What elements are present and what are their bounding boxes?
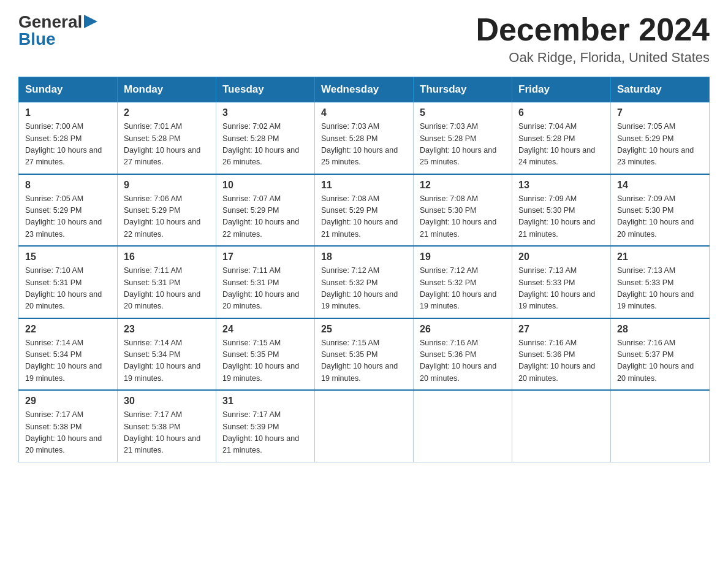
calendar-row: 8 Sunrise: 7:05 AM Sunset: 5:29 PM Dayli… — [19, 174, 710, 247]
table-row: 15 Sunrise: 7:10 AM Sunset: 5:31 PM Dayl… — [19, 246, 118, 318]
sunset-label: Sunset: 5:34 PM — [25, 350, 82, 359]
day-info: Sunrise: 7:05 AM Sunset: 5:29 PM Dayligh… — [25, 193, 111, 241]
sunset-label: Sunset: 5:33 PM — [518, 278, 575, 287]
header-thursday: Thursday — [414, 77, 512, 102]
daylight-label: Daylight: 10 hours and 20 minutes. — [617, 218, 694, 238]
day-number: 17 — [222, 251, 308, 262]
daylight-label: Daylight: 10 hours and 20 minutes. — [617, 362, 694, 382]
page-header: General Blue December 2024 Oak Ridge, Fl… — [18, 12, 710, 66]
sunset-label: Sunset: 5:30 PM — [420, 206, 476, 215]
header-friday: Friday — [512, 77, 611, 102]
day-info: Sunrise: 7:16 AM Sunset: 5:36 PM Dayligh… — [420, 337, 506, 385]
day-number: 24 — [222, 324, 308, 335]
table-row: 3 Sunrise: 7:02 AM Sunset: 5:28 PM Dayli… — [216, 102, 315, 174]
daylight-label: Daylight: 10 hours and 21 minutes. — [222, 434, 299, 454]
table-row: 12 Sunrise: 7:08 AM Sunset: 5:30 PM Dayl… — [414, 174, 512, 247]
daylight-label: Daylight: 10 hours and 21 minutes. — [321, 218, 398, 238]
daylight-label: Daylight: 10 hours and 27 minutes. — [25, 146, 102, 166]
table-row: 4 Sunrise: 7:03 AM Sunset: 5:28 PM Dayli… — [315, 102, 414, 174]
table-row: 5 Sunrise: 7:03 AM Sunset: 5:28 PM Dayli… — [414, 102, 512, 174]
sunset-label: Sunset: 5:37 PM — [617, 350, 673, 359]
sunset-label: Sunset: 5:31 PM — [25, 278, 82, 287]
table-row: 17 Sunrise: 7:11 AM Sunset: 5:31 PM Dayl… — [216, 246, 315, 318]
day-info: Sunrise: 7:03 AM Sunset: 5:28 PM Dayligh… — [321, 121, 407, 169]
table-row: 28 Sunrise: 7:16 AM Sunset: 5:37 PM Dayl… — [611, 318, 710, 391]
table-row: 31 Sunrise: 7:17 AM Sunset: 5:39 PM Dayl… — [216, 390, 315, 462]
daylight-label: Daylight: 10 hours and 25 minutes. — [321, 146, 398, 166]
table-row: 16 Sunrise: 7:11 AM Sunset: 5:31 PM Dayl… — [118, 246, 216, 318]
day-number: 30 — [124, 396, 210, 407]
daylight-label: Daylight: 10 hours and 19 minutes. — [420, 290, 496, 310]
sunrise-label: Sunrise: 7:16 AM — [420, 339, 478, 347]
day-info: Sunrise: 7:16 AM Sunset: 5:36 PM Dayligh… — [518, 337, 604, 385]
day-number: 29 — [25, 396, 111, 407]
sunrise-label: Sunrise: 7:11 AM — [124, 266, 182, 275]
day-number: 18 — [321, 251, 407, 262]
header-wednesday: Wednesday — [315, 77, 414, 102]
logo: General Blue — [18, 12, 97, 49]
table-row: 18 Sunrise: 7:12 AM Sunset: 5:32 PM Dayl… — [315, 246, 414, 318]
sunrise-label: Sunrise: 7:16 AM — [518, 339, 577, 347]
day-info: Sunrise: 7:04 AM Sunset: 5:28 PM Dayligh… — [518, 121, 604, 169]
day-info: Sunrise: 7:02 AM Sunset: 5:28 PM Dayligh… — [222, 121, 308, 169]
sunset-label: Sunset: 5:28 PM — [124, 134, 180, 143]
day-number: 10 — [222, 180, 308, 191]
day-info: Sunrise: 7:03 AM Sunset: 5:28 PM Dayligh… — [420, 121, 506, 169]
sunrise-label: Sunrise: 7:17 AM — [25, 410, 83, 419]
sunset-label: Sunset: 5:29 PM — [617, 134, 673, 143]
daylight-label: Daylight: 10 hours and 19 minutes. — [518, 290, 595, 310]
table-row: 26 Sunrise: 7:16 AM Sunset: 5:36 PM Dayl… — [414, 318, 512, 391]
day-number: 31 — [222, 396, 308, 407]
table-row: 13 Sunrise: 7:09 AM Sunset: 5:30 PM Dayl… — [512, 174, 611, 247]
sunset-label: Sunset: 5:35 PM — [222, 350, 279, 359]
sunset-label: Sunset: 5:35 PM — [321, 350, 377, 359]
sunset-label: Sunset: 5:33 PM — [617, 278, 673, 287]
sunrise-label: Sunrise: 7:09 AM — [518, 194, 577, 203]
daylight-label: Daylight: 10 hours and 22 minutes. — [124, 218, 200, 238]
day-info: Sunrise: 7:17 AM Sunset: 5:38 PM Dayligh… — [124, 409, 210, 457]
daylight-label: Daylight: 10 hours and 19 minutes. — [222, 362, 299, 382]
day-info: Sunrise: 7:16 AM Sunset: 5:37 PM Dayligh… — [617, 337, 703, 385]
sunset-label: Sunset: 5:31 PM — [124, 278, 180, 287]
sunrise-label: Sunrise: 7:08 AM — [321, 194, 379, 203]
daylight-label: Daylight: 10 hours and 26 minutes. — [222, 146, 299, 166]
table-row — [315, 390, 414, 462]
calendar-row: 15 Sunrise: 7:10 AM Sunset: 5:31 PM Dayl… — [19, 246, 710, 318]
daylight-label: Daylight: 10 hours and 23 minutes. — [25, 218, 102, 238]
day-number: 11 — [321, 180, 407, 191]
day-number: 25 — [321, 324, 407, 335]
sunset-label: Sunset: 5:32 PM — [420, 278, 476, 287]
table-row: 10 Sunrise: 7:07 AM Sunset: 5:29 PM Dayl… — [216, 174, 315, 247]
daylight-label: Daylight: 10 hours and 20 minutes. — [222, 290, 299, 310]
day-number: 3 — [222, 107, 308, 118]
daylight-label: Daylight: 10 hours and 21 minutes. — [420, 218, 496, 238]
table-row: 14 Sunrise: 7:09 AM Sunset: 5:30 PM Dayl… — [611, 174, 710, 247]
sunrise-label: Sunrise: 7:12 AM — [321, 266, 379, 275]
day-number: 28 — [617, 324, 703, 335]
sunrise-label: Sunrise: 7:03 AM — [420, 122, 478, 131]
sunrise-label: Sunrise: 7:09 AM — [617, 194, 675, 203]
day-number: 9 — [124, 180, 210, 191]
daylight-label: Daylight: 10 hours and 21 minutes. — [124, 434, 200, 454]
calendar-row: 22 Sunrise: 7:14 AM Sunset: 5:34 PM Dayl… — [19, 318, 710, 391]
day-number: 22 — [25, 324, 111, 335]
sunset-label: Sunset: 5:36 PM — [518, 350, 575, 359]
table-row: 1 Sunrise: 7:00 AM Sunset: 5:28 PM Dayli… — [19, 102, 118, 174]
title-block: December 2024 Oak Ridge, Florida, United… — [476, 12, 710, 66]
day-info: Sunrise: 7:08 AM Sunset: 5:30 PM Dayligh… — [420, 193, 506, 241]
day-number: 8 — [25, 180, 111, 191]
day-info: Sunrise: 7:09 AM Sunset: 5:30 PM Dayligh… — [518, 193, 604, 241]
sunrise-label: Sunrise: 7:13 AM — [617, 266, 675, 275]
table-row: 29 Sunrise: 7:17 AM Sunset: 5:38 PM Dayl… — [19, 390, 118, 462]
day-info: Sunrise: 7:07 AM Sunset: 5:29 PM Dayligh… — [222, 193, 308, 241]
sunrise-label: Sunrise: 7:06 AM — [124, 194, 182, 203]
sunrise-label: Sunrise: 7:07 AM — [222, 194, 281, 203]
sunrise-label: Sunrise: 7:14 AM — [124, 339, 182, 347]
day-info: Sunrise: 7:09 AM Sunset: 5:30 PM Dayligh… — [617, 193, 703, 241]
sunrise-label: Sunrise: 7:15 AM — [222, 339, 281, 347]
sunset-label: Sunset: 5:28 PM — [518, 134, 575, 143]
svg-marker-0 — [84, 15, 97, 28]
day-info: Sunrise: 7:06 AM Sunset: 5:29 PM Dayligh… — [124, 193, 210, 241]
sunrise-label: Sunrise: 7:05 AM — [25, 194, 83, 203]
sunset-label: Sunset: 5:29 PM — [321, 206, 377, 215]
